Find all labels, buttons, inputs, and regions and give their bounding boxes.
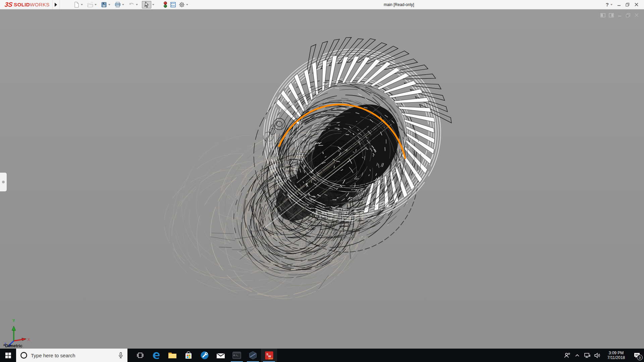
svg-text:C:\_: C:\_ [234, 354, 239, 357]
help-button[interactable]: ? [606, 2, 609, 7]
child-restore-button[interactable] [624, 12, 632, 18]
pane-toggle-right-button[interactable] [607, 12, 615, 18]
undo-dropdown-caret[interactable] [136, 4, 138, 5]
people-button[interactable] [562, 349, 572, 362]
volume-button[interactable] [592, 349, 602, 362]
pane-toggle-left-button[interactable] [599, 12, 607, 18]
new-dropdown-caret[interactable] [81, 4, 83, 5]
edge-icon [152, 351, 161, 360]
network-icon [584, 353, 591, 358]
solidworks-logo: 3S SOLID WORKS [0, 0, 52, 9]
restore-icon [626, 3, 630, 7]
clock[interactable]: 3:09 PM 7/11/2018 [604, 351, 629, 360]
new-document-button[interactable] [73, 1, 85, 8]
menu-flyout-button[interactable] [52, 0, 60, 9]
minimize-button[interactable] [614, 1, 623, 8]
wrench-circle-icon [200, 351, 209, 360]
flyout-arrow-icon [55, 3, 57, 7]
child-restore-icon [626, 13, 630, 17]
notification-badge: 3 [637, 355, 643, 360]
taskbar-search-input[interactable]: Type here to search [16, 349, 127, 362]
properties-list-icon [170, 1, 176, 8]
child-close-button[interactable] [632, 12, 641, 18]
view-orientation-label: *Dimetric [3, 343, 22, 348]
show-hidden-icons-button[interactable] [572, 349, 582, 362]
options-button[interactable] [178, 1, 190, 8]
microphone-icon[interactable] [118, 352, 123, 359]
system-tray: 3:09 PM 7/11/2018 3 [562, 349, 644, 362]
featuremanager-collapsed-tab[interactable] [0, 173, 7, 191]
display-properties-button[interactable] [170, 1, 176, 8]
turbine-engine-wireframe-model[interactable] [0, 9, 644, 349]
store-button[interactable] [180, 349, 197, 362]
triad-y-axis: Y [12, 318, 16, 341]
tray-date: 7/11/2018 [604, 355, 629, 360]
svg-text:2017: 2017 [268, 357, 273, 359]
tray-time: 3:09 PM [604, 351, 629, 355]
selection-filter-button[interactable] [163, 1, 168, 8]
open-icon [87, 1, 94, 8]
print-dropdown-caret[interactable] [122, 4, 124, 5]
graphics-viewport[interactable]: Y X Z *Dimetric [0, 9, 644, 349]
store-icon [184, 351, 193, 359]
triad-x-axis: X [14, 338, 30, 342]
select-dropdown-caret[interactable] [152, 4, 154, 5]
pane-handle-dot-icon [2, 181, 5, 183]
volume-icon [594, 353, 601, 358]
select-cursor-icon [143, 2, 150, 8]
taskbar-apps: C:\_ S W 2017 [132, 349, 277, 362]
select-tool-button[interactable] [142, 1, 156, 8]
print-icon [114, 1, 121, 8]
search-placeholder-text: Type here to search [31, 353, 118, 358]
mail-button[interactable] [213, 349, 229, 362]
help-dropdown-caret[interactable] [610, 4, 612, 5]
task-view-button[interactable] [132, 349, 148, 362]
options-gear-icon [178, 1, 185, 8]
save-icon [101, 1, 107, 8]
file-explorer-icon [168, 352, 177, 359]
start-button[interactable] [0, 349, 16, 362]
people-icon [564, 352, 571, 358]
edge-button[interactable] [148, 349, 164, 362]
solidworks-2017-button[interactable]: S W 2017 [261, 349, 277, 362]
action-center-button[interactable]: 3 [630, 349, 644, 362]
solidworks-2017-icon: S W 2017 [265, 351, 274, 360]
chevron-up-icon [575, 354, 580, 357]
document-title: main [Read-only] [192, 2, 606, 7]
traffic-light-icon [163, 1, 168, 8]
document-window-controls [599, 12, 641, 18]
undo-icon [128, 1, 135, 8]
windows-logo-icon [5, 353, 11, 358]
save-dropdown-caret[interactable] [108, 4, 110, 5]
pane-left-icon [600, 13, 605, 17]
svg-text:Y: Y [12, 318, 15, 323]
file-explorer-button[interactable] [164, 349, 180, 362]
options-dropdown-caret[interactable] [186, 4, 188, 5]
child-close-icon [635, 13, 639, 17]
command-prompt-button[interactable]: C:\_ [229, 349, 245, 362]
open-dropdown-caret[interactable] [95, 4, 97, 5]
save-button[interactable] [101, 1, 112, 8]
window-controls: ? [606, 1, 644, 8]
composer-3d-app-button[interactable] [245, 349, 261, 362]
network-button[interactable] [582, 349, 592, 362]
close-button[interactable] [632, 1, 641, 8]
settings-tool-button[interactable] [197, 349, 213, 362]
dark-polygon-app-icon [249, 351, 257, 360]
task-view-icon [137, 353, 144, 358]
orientation-triad: Y X Z [3, 317, 33, 347]
dassault-3s-logo: 3S [4, 1, 13, 8]
windows-taskbar: Type here to search [0, 349, 644, 362]
svg-text:X: X [28, 338, 30, 342]
print-button[interactable] [114, 1, 126, 8]
child-minimize-icon [618, 13, 622, 17]
close-icon [635, 3, 638, 6]
titlebar: 3S SOLID WORKS [0, 0, 644, 9]
pane-right-icon [609, 13, 614, 17]
child-minimize-button[interactable] [615, 12, 624, 18]
mail-icon [216, 352, 225, 359]
restore-button[interactable] [623, 1, 632, 8]
minimize-icon [617, 3, 621, 6]
undo-button[interactable] [128, 1, 140, 8]
open-button[interactable] [87, 1, 99, 8]
